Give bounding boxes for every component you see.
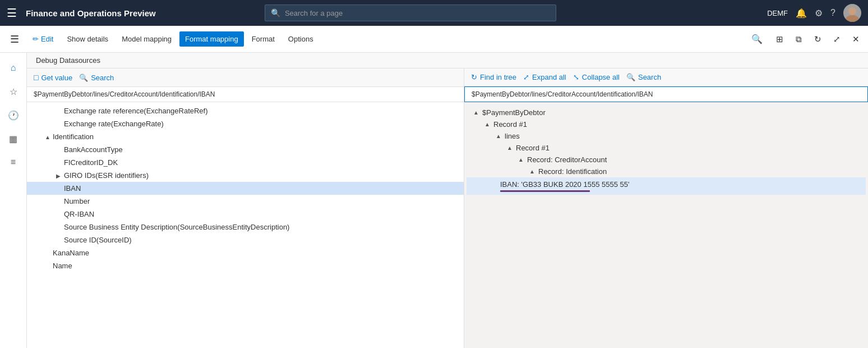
collapse-all-button[interactable]: ⤡ Collapse all [573, 73, 620, 81]
tree-label: BankAccountType [64, 145, 123, 154]
tree-label: FICreditorID_DK [64, 158, 118, 167]
notification-icon[interactable]: 🔔 [796, 8, 807, 19]
tree-label: Name [53, 262, 72, 270]
right-tree-node[interactable]: ▲lines [467, 130, 866, 142]
popout-icon[interactable]: ⤢ [829, 31, 844, 47]
pencil-icon: ✏ [33, 35, 39, 43]
tree-label: QR-IBAN [64, 210, 94, 218]
rtree-label: Record: Identification [538, 167, 607, 176]
iban-underline [500, 190, 590, 192]
user-name: DEMF [767, 9, 788, 17]
edit-button[interactable]: ✏ Edit [27, 31, 59, 47]
left-toolbar: □ Get value 🔍 Search [27, 68, 464, 87]
right-tree-node[interactable]: ▲$PaymentByDebtor [467, 107, 866, 118]
right-panel: ↻ Find in tree ⤢ Expand all ⤡ Collapse a… [464, 68, 868, 348]
iban-value-row: IBAN: 'GB33 BUKB 2020 1555 5555 55' [467, 177, 866, 195]
refresh-icon[interactable]: ↻ [810, 31, 825, 47]
cmd-search-icon[interactable]: 🔍 [749, 31, 765, 47]
tree-node[interactable]: Exchange rate reference(ExchangeRateRef) [27, 104, 464, 117]
left-search-button[interactable]: 🔍 Search [79, 74, 114, 82]
right-toolbar: ↻ Find in tree ⤢ Expand all ⤡ Collapse a… [464, 68, 868, 86]
rtree-label: lines [505, 132, 520, 140]
global-search-bar: 🔍 [265, 4, 556, 21]
left-search-icon: 🔍 [79, 74, 88, 82]
tree-label: Source ID(SourceID) [64, 236, 132, 244]
avatar[interactable] [843, 4, 861, 22]
rtree-arrow: ▲ [529, 168, 537, 175]
right-tree-node[interactable]: ▲Record: Identification [467, 166, 866, 177]
rtree-label: $PaymentByDebtor [482, 108, 546, 117]
rtree-label: Record #1 [493, 120, 527, 129]
find-in-tree-button[interactable]: ↻ Find in tree [471, 73, 516, 81]
top-right-area: DEMF 🔔 ⚙ ? [767, 4, 861, 22]
sidebar-modules[interactable]: ≡ [3, 152, 24, 173]
left-tree-container[interactable]: Exchange rate reference(ExchangeRateRef)… [27, 102, 464, 348]
app-title: Finance and Operations Preview [26, 8, 156, 18]
top-bar: ☰ Finance and Operations Preview 🔍 DEMF … [0, 0, 868, 26]
svg-point-0 [848, 7, 856, 15]
left-panel: □ Get value 🔍 Search $PaymentByDebtor/li… [27, 68, 464, 348]
search-icon: 🔍 [271, 8, 280, 17]
tree-node[interactable]: Exchange rate(ExchangeRate) [27, 117, 464, 130]
tree-node[interactable]: Source Business Entity Description(Sourc… [27, 221, 464, 233]
tree-label: Exchange rate(ExchangeRate) [64, 120, 164, 128]
options-button[interactable]: Options [283, 31, 319, 47]
right-path-bar: $PaymentByDebtor/lines/CreditorAccount/I… [464, 86, 868, 102]
right-tree-container[interactable]: ▲$PaymentByDebtor▲Record #1▲lines▲Record… [464, 102, 868, 348]
sidebar-home[interactable]: ⌂ [3, 57, 24, 79]
personalize-icon[interactable]: ⊞ [772, 31, 787, 47]
split-icon[interactable]: ⧉ [791, 31, 806, 47]
get-value-button[interactable]: □ Get value [34, 73, 72, 82]
tree-label: Identification [53, 132, 94, 141]
tree-label: IBAN [64, 184, 81, 193]
global-search-input[interactable] [285, 9, 550, 17]
tree-node[interactable]: Name [27, 259, 464, 272]
right-tree-node[interactable]: ▲Record: CreditorAccount [467, 154, 866, 166]
hamburger-cmd[interactable]: ☰ [4, 30, 25, 49]
hamburger-icon[interactable]: ☰ [7, 6, 17, 20]
tree-node[interactable]: BankAccountType [27, 143, 464, 156]
help-icon[interactable]: ? [830, 8, 835, 18]
tree-label: Exchange rate reference(ExchangeRateRef) [64, 107, 208, 115]
expand-all-icon: ⤢ [523, 73, 529, 81]
command-bar: ☰ ✏ Edit Show details Model mapping Form… [0, 26, 868, 53]
tree-node[interactable]: QR-IBAN [27, 208, 464, 221]
format-mapping-button[interactable]: Format mapping [179, 31, 244, 47]
panels: □ Get value 🔍 Search $PaymentByDebtor/li… [27, 68, 868, 348]
sidebar-favorites[interactable]: ☆ [3, 81, 24, 102]
tree-node[interactable]: IBAN [27, 182, 464, 195]
right-tree-node[interactable]: ▲Record #1 [467, 142, 866, 154]
main-layout: ⌂ ☆ 🕐 ▦ ≡ Debug Datasources □ Get value … [0, 53, 868, 348]
rtree-label: Record #1 [516, 144, 550, 152]
sidebar-recent[interactable]: 🕐 [3, 104, 24, 126]
tree-node[interactable]: FICreditorID_DK [27, 156, 464, 169]
format-button[interactable]: Format [246, 31, 280, 47]
tree-label: Number [64, 197, 90, 205]
main-content: Debug Datasources □ Get value 🔍 Search $… [27, 53, 868, 348]
sidebar: ⌂ ☆ 🕐 ▦ ≡ [0, 53, 27, 348]
right-tree-node[interactable]: ▲Record #1 [467, 118, 866, 130]
tree-node[interactable]: Number [27, 195, 464, 208]
get-value-icon: □ [34, 73, 38, 82]
sidebar-workspaces[interactable]: ▦ [3, 128, 24, 149]
rtree-arrow: ▲ [484, 121, 492, 127]
find-in-tree-icon: ↻ [471, 73, 477, 81]
tree-node[interactable]: Source ID(SourceID) [27, 233, 464, 246]
collapse-all-icon: ⤡ [573, 73, 579, 81]
tree-node[interactable]: ▲Identification [27, 130, 464, 143]
rtree-arrow: ▲ [496, 133, 504, 139]
rtree-label: Record: CreditorAccount [527, 155, 607, 164]
show-details-button[interactable]: Show details [61, 31, 114, 47]
svg-point-1 [846, 15, 859, 22]
iban-value-text: IBAN: 'GB33 BUKB 2020 1555 5555 55' [500, 180, 861, 189]
settings-icon[interactable]: ⚙ [815, 8, 823, 19]
tree-label: GIRO IDs(ESR identifiers) [64, 171, 149, 180]
expand-all-button[interactable]: ⤢ Expand all [523, 73, 566, 81]
tree-label: KanaName [53, 249, 89, 257]
model-mapping-button[interactable]: Model mapping [116, 31, 177, 47]
tree-node[interactable]: KanaName [27, 246, 464, 259]
tree-node[interactable]: ▶GIRO IDs(ESR identifiers) [27, 169, 464, 182]
right-search-button[interactable]: 🔍 Search [626, 73, 661, 81]
close-icon[interactable]: ✕ [848, 31, 864, 47]
debug-header: Debug Datasources [27, 53, 868, 68]
